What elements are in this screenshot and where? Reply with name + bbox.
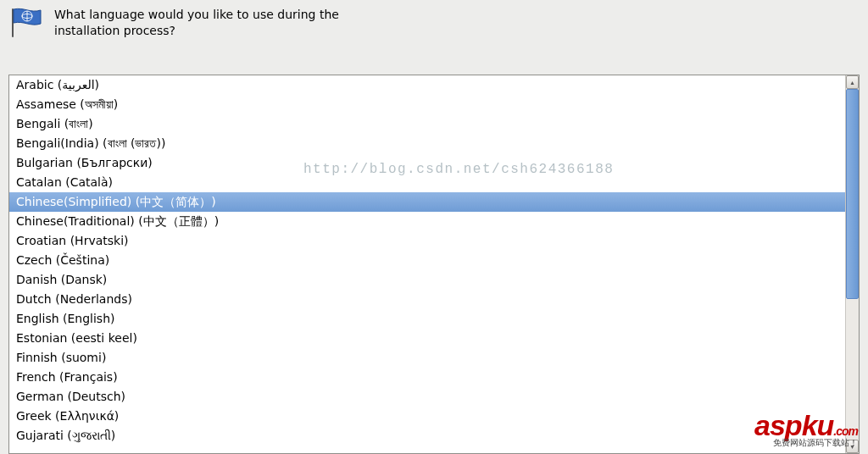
language-option[interactable]: Bengali (বাংলা) (9, 114, 845, 134)
language-option[interactable]: French (Français) (9, 368, 845, 387)
language-option[interactable]: Bengali(India) (বাংলা (ভারত)) (9, 134, 845, 153)
vertical-scrollbar[interactable]: ▴ ▾ (845, 75, 859, 453)
scroll-up-button[interactable]: ▴ (846, 75, 859, 89)
scroll-thumb[interactable] (846, 89, 859, 299)
language-option[interactable]: Finnish (suomi) (9, 348, 845, 368)
language-option[interactable]: Chinese(Simplified) (中文（简体）) (9, 192, 845, 212)
language-option[interactable]: Czech (Čeština) (9, 251, 845, 270)
language-option[interactable]: Catalan (Català) (9, 173, 845, 192)
language-option[interactable]: Danish (Dansk) (9, 270, 845, 290)
installer-header: What language would you like to use duri… (0, 0, 868, 49)
language-list-frame: Arabic (العربية)Assamese (অসমীয়া)Bengal… (8, 75, 860, 454)
language-list: Arabic (العربية)Assamese (অসমীয়া)Bengal… (9, 75, 845, 446)
language-option[interactable]: Greek (Ελληνικά) (9, 407, 845, 426)
language-option[interactable]: Dutch (Nederlands) (9, 290, 845, 309)
language-list-viewport[interactable]: Arabic (العربية)Assamese (অসমীয়া)Bengal… (9, 75, 845, 453)
language-option[interactable]: Chinese(Traditional) (中文（正體）) (9, 212, 845, 231)
language-option[interactable]: Arabic (العربية) (9, 75, 845, 95)
language-option[interactable]: Assamese (অসমীয়া) (9, 95, 845, 114)
language-option[interactable]: Gujarati (ગુજરાતી) (9, 426, 845, 446)
language-question-text: What language would you like to use duri… (54, 5, 342, 39)
language-flag-icon (7, 5, 44, 39)
scroll-track[interactable] (846, 89, 859, 440)
language-option[interactable]: German (Deutsch) (9, 387, 845, 407)
language-option[interactable]: Estonian (eesti keel) (9, 329, 845, 348)
language-option[interactable]: Bulgarian (Български) (9, 153, 845, 173)
scroll-down-button[interactable]: ▾ (846, 440, 859, 453)
language-option[interactable]: English (English) (9, 309, 845, 329)
language-option[interactable]: Croatian (Hrvatski) (9, 231, 845, 251)
